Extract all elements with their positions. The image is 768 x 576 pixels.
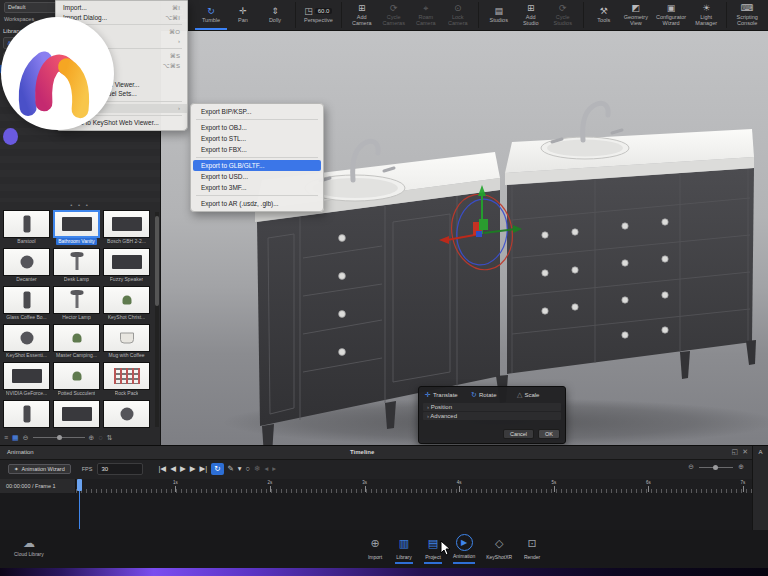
- play-button[interactable]: ▶: [180, 463, 186, 475]
- library-item[interactable]: Master Camping...: [53, 324, 100, 359]
- position-section[interactable]: Position: [423, 403, 561, 411]
- ok-button[interactable]: OK: [538, 429, 560, 439]
- zoom-in-icon[interactable]: ⊕: [89, 433, 95, 443]
- library-item[interactable]: KeyShot Essenti...: [3, 324, 50, 359]
- collapsed-panel-tab[interactable]: A: [752, 446, 768, 531]
- submenu-item-export-to-fbx[interactable]: Export to FBX...: [193, 144, 321, 155]
- toolbar-light-manager-button[interactable]: ☀Light Manager: [690, 0, 722, 30]
- library-footer: ≡ ▦ ⊖ ⊕ ◌ ⇅: [0, 430, 160, 445]
- skip-start-button[interactable]: |◀: [158, 463, 166, 475]
- cloud-library-button[interactable]: ☁ Cloud Library: [14, 536, 44, 557]
- tab-translate[interactable]: ✛Translate: [425, 391, 467, 399]
- timeline-zoom-in-icon[interactable]: ⊕: [738, 462, 744, 472]
- toolbar-roam-camera-button[interactable]: ⌖Roam Camera: [410, 0, 442, 30]
- toolbar-lock-camera-button[interactable]: ⊙Lock Camera: [442, 0, 474, 30]
- skip-end-button[interactable]: ▶|: [199, 463, 207, 475]
- dock-item-animation[interactable]: ▶Animation: [453, 534, 475, 564]
- library-item[interactable]: Bathroom Vanity: [53, 210, 100, 245]
- library-item[interactable]: Bosch GBH 2-2...: [103, 210, 150, 245]
- library-item[interactable]: Barstool: [3, 210, 50, 245]
- dock-item-keyshotxr[interactable]: ◇KeyShotXR: [486, 534, 512, 564]
- download-icon[interactable]: ◌: [98, 433, 102, 443]
- keyshotxr-icon: ◇: [490, 534, 508, 552]
- toolbar-configurator-wizard-button[interactable]: ▣Configurator Wizard: [652, 0, 690, 30]
- library-item[interactable]: [53, 400, 100, 428]
- submenu-item-export-to-ar-usdz-glb[interactable]: Export to AR (.usdz, .glb)...: [193, 198, 321, 209]
- toolbar-add-camera-button[interactable]: ⊞Add Camera: [346, 0, 378, 30]
- cancel-button[interactable]: Cancel: [503, 429, 534, 439]
- library-item[interactable]: Glass Coffee Bo...: [3, 286, 50, 321]
- toolbar-dolly-button[interactable]: ⇕Dolly: [259, 0, 291, 30]
- tab-scale[interactable]: △Scale: [517, 391, 559, 399]
- library-item[interactable]: NVIDIA GeForce...: [3, 362, 50, 397]
- zoom-out-icon[interactable]: ⊖: [23, 433, 29, 443]
- curve-pencil-button[interactable]: ✎: [228, 463, 234, 475]
- panel-resize-handle[interactable]: • • •: [0, 202, 160, 208]
- toolbar-cycle-studios-button[interactable]: ⟳Cycle Studios: [547, 0, 579, 30]
- dock-item-render[interactable]: ⊡Render: [523, 534, 541, 564]
- library-item[interactable]: Decanter: [3, 248, 50, 283]
- thumbnail-label: KeyShot Essenti...: [6, 352, 47, 359]
- toolbar-tools-button[interactable]: ⚒Tools: [588, 0, 620, 30]
- viewport-3d[interactable]: ✛Translate↻Rotate△Scale Position Advance…: [160, 30, 768, 445]
- library-item[interactable]: Mug with Coffee: [103, 324, 150, 359]
- loop-button[interactable]: ↻: [211, 463, 223, 475]
- toolbar-separator: [478, 2, 479, 28]
- thumbnail-image: [103, 248, 150, 276]
- toolbar-cycle-cameras-button[interactable]: ⟳Cycle Cameras: [378, 0, 410, 30]
- frame-forward-button[interactable]: ▶: [190, 463, 196, 475]
- library-item[interactable]: Fuzzy Speaker: [103, 248, 150, 283]
- timeline-track[interactable]: [0, 493, 752, 531]
- animation-wizard-button[interactable]: ✦ Animation Wizard: [8, 464, 71, 474]
- submenu-item-export-to-glb-gltf[interactable]: Export to GLB/GLTF...: [193, 160, 321, 171]
- library-item[interactable]: Potted Succulent: [53, 362, 100, 397]
- thumbnail-label: Glass Coffee Bo...: [6, 314, 46, 321]
- playhead[interactable]: [79, 479, 80, 529]
- close-panel-icon[interactable]: ✕: [742, 448, 748, 456]
- sync-icon[interactable]: ⇅: [107, 433, 113, 443]
- bottom-dock: ☁ Cloud Library ⊕Import▥Library▤Project▶…: [0, 530, 768, 576]
- menu-separator: [196, 157, 318, 158]
- toolbar-pan-button[interactable]: ✛Pan: [227, 0, 259, 30]
- library-item[interactable]: Desk Lamp: [53, 248, 100, 283]
- list-view-icon[interactable]: ≡: [4, 433, 8, 443]
- library-item[interactable]: Rock Pack: [103, 362, 150, 397]
- toolbar-studios-button[interactable]: ▤Studios: [483, 0, 515, 30]
- menu-item-import[interactable]: Import...⌘I: [56, 3, 187, 13]
- library-item[interactable]: KeyShot Christ...: [103, 286, 150, 321]
- dolly-icon: ⇕: [271, 6, 279, 16]
- library-item[interactable]: [3, 400, 50, 428]
- caret-down-icon[interactable]: ▾: [238, 463, 242, 475]
- freeze-button[interactable]: ❄: [254, 463, 260, 475]
- toolbar-scripting-console-button[interactable]: ⌨Scripting Console: [731, 0, 763, 30]
- dock-item-library[interactable]: ▥Library: [395, 534, 413, 564]
- thumbnail-size-slider[interactable]: [33, 437, 85, 438]
- submenu-item-export-bip-ksp[interactable]: Export BIP/KSP...: [193, 106, 321, 117]
- toolbar-perspective-button[interactable]: ◳60.0Perspective: [300, 0, 337, 30]
- toolbar-geometry-view-button[interactable]: ◩Geometry View: [620, 0, 652, 30]
- submenu-item-export-to-stl[interactable]: Export to STL...: [193, 133, 321, 144]
- library-item[interactable]: Hector Lamp: [53, 286, 100, 321]
- submenu-item-export-to-usd[interactable]: Export to USD...: [193, 171, 321, 182]
- library-item[interactable]: [103, 400, 150, 428]
- timeline-ruler[interactable]: 1s2s3s4s5s6s7s: [76, 479, 752, 494]
- frame-back-button[interactable]: ◀: [170, 463, 176, 475]
- workspace-select[interactable]: Default: [4, 2, 58, 13]
- fps-input[interactable]: 30: [97, 463, 143, 475]
- float-panel-icon[interactable]: ◱: [732, 448, 739, 456]
- next-key-button[interactable]: ▸: [272, 463, 276, 475]
- prev-key-button[interactable]: ◂: [264, 463, 268, 475]
- timeline-zoom-out-icon[interactable]: ⊖: [688, 462, 694, 472]
- submenu-item-export-to-obj[interactable]: Export to OBJ...: [193, 122, 321, 133]
- library-scrollbar[interactable]: [155, 212, 159, 427]
- grid-view-icon[interactable]: ▦: [12, 433, 19, 443]
- tab-rotate[interactable]: ↻Rotate: [471, 391, 513, 399]
- keyframe-record-button[interactable]: ○: [246, 463, 251, 475]
- toolbar-add-studio-button[interactable]: ⊞Add Studio: [515, 0, 547, 30]
- watermark-logo: [1, 17, 114, 130]
- submenu-item-export-to-3mf[interactable]: Export to 3MF...: [193, 182, 321, 193]
- timeline-zoom-slider[interactable]: [699, 467, 733, 468]
- dock-item-import[interactable]: ⊕Import: [366, 534, 384, 564]
- toolbar-tumble-button[interactable]: ↻Tumble: [195, 0, 227, 30]
- advanced-section[interactable]: Advanced: [423, 412, 561, 420]
